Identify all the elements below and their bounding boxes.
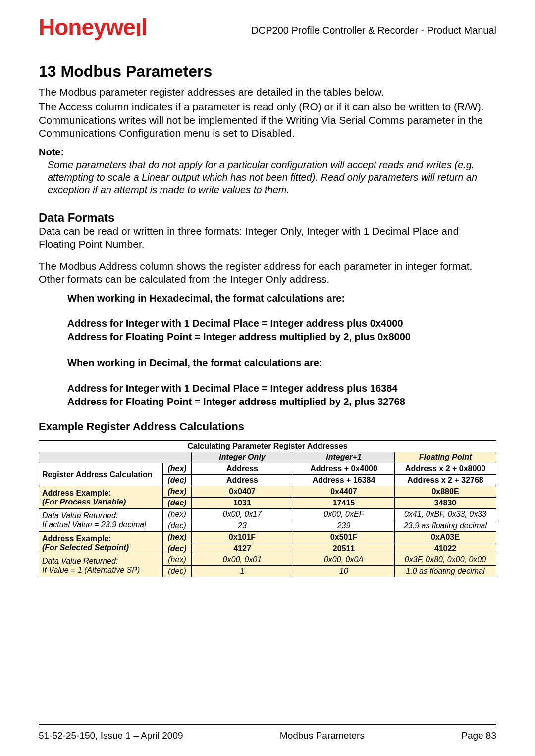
cell: 0x3F, 0x80, 0x00, 0x00	[395, 554, 496, 566]
cell: 0x4407	[293, 486, 395, 498]
example-heading: Example Register Address Calculations	[39, 420, 496, 433]
row-label-text: Address Example:	[42, 489, 111, 497]
document-title: DCP200 Profile Controller & Recorder - P…	[251, 25, 496, 36]
cell: 23.9 as floating decimal	[395, 520, 496, 532]
row-label-text: Address Example:	[42, 534, 111, 543]
cell: 1031	[192, 498, 293, 509]
unit-hex-text: (hex)	[167, 464, 186, 473]
unit-hex: (hex)	[163, 463, 192, 475]
section-heading: 13 Modbus Parameters	[39, 62, 496, 81]
cell: 1	[192, 566, 293, 577]
cell: 0x501F	[293, 532, 395, 543]
col-header-floating-point: Floating Point	[395, 452, 496, 463]
unit-dec-text: (dec)	[167, 476, 186, 484]
unit-hex-text: (hex)	[167, 533, 186, 541]
data-formats-p2: The Modbus Address column shows the regi…	[39, 260, 496, 286]
col-header-integer-plus1: Integer+1	[293, 452, 395, 463]
brand-suffix-tall: l	[141, 14, 147, 40]
cell: 0x00, 0x01	[192, 554, 293, 566]
cell: 0x00, 0x17	[192, 509, 293, 520]
unit-dec: (dec)	[163, 543, 192, 554]
cell: 239	[293, 520, 395, 532]
cell: 0xA03E	[395, 532, 496, 543]
footer-right: Page 83	[461, 730, 496, 741]
brand-prefix: Honeywe	[39, 14, 135, 40]
dec-calc-line1: Address for Integer with 1 Decimal Place…	[67, 383, 496, 394]
cell: 0x00, 0xEF	[293, 509, 395, 520]
cell: Address + 16384	[293, 475, 395, 486]
col-header-integer-only: Integer Only	[192, 452, 293, 463]
table-corner	[39, 452, 192, 463]
row-label-text: Data Value Returned:	[42, 557, 118, 565]
unit-hex: (hex)	[163, 486, 192, 498]
brand-suffix-short: l	[135, 20, 141, 41]
unit-dec: (dec)	[163, 498, 192, 509]
unit-dec-text: (dec)	[167, 544, 186, 553]
cell: 4127	[192, 543, 293, 554]
table-title: Calculating Parameter Register Addresses	[39, 441, 496, 452]
row-label: Data Value Returned: If Value = 1 (Alter…	[39, 554, 163, 577]
intro-paragraph-2: The Access column indicates if a paramet…	[39, 101, 496, 140]
footer-left: 51-52-25-150, Issue 1 – April 2009	[39, 730, 183, 741]
row-sublabel-text: If actual Value = 23.9 decimal	[42, 520, 146, 529]
brand-logo: Honeywell	[39, 14, 147, 41]
cell: 1.0 as floating decimal	[395, 566, 496, 577]
dec-calc-line2: Address for Floating Point = Integer add…	[67, 396, 496, 407]
cell: 41022	[395, 543, 496, 554]
unit-hex: (hex)	[163, 509, 192, 520]
cell: 34830	[395, 498, 496, 509]
note-label: Note:	[39, 147, 496, 158]
hex-calc-line2: Address for Floating Point = Integer add…	[67, 331, 496, 343]
cell: 20511	[293, 543, 395, 554]
cell: Address + 0x4000	[293, 463, 395, 475]
unit-hex: (hex)	[163, 532, 192, 543]
cell: Address x 2 + 32768	[395, 475, 496, 486]
row-label: Address Example: (For Process Variable)	[39, 486, 163, 509]
unit-dec: (dec)	[163, 475, 192, 486]
row-sublabel-text: (For Process Variable)	[42, 498, 126, 506]
note-body: Some parameters that do not apply for a …	[48, 159, 496, 196]
cell: 0x101F	[192, 532, 293, 543]
cell: 0x0407	[192, 486, 293, 498]
dec-calc-block: When working in Decimal, the format calc…	[67, 357, 496, 407]
address-calculation-table: Calculating Parameter Register Addresses…	[39, 440, 496, 577]
row-sublabel-text: If Value = 1 (Alternative SP)	[42, 566, 140, 574]
hex-calc-heading: When working in Hexadecimal, the format …	[67, 293, 496, 304]
unit-hex-text: (hex)	[167, 487, 186, 496]
page-footer: 51-52-25-150, Issue 1 – April 2009 Modbu…	[39, 724, 496, 741]
hex-calc-block: When working in Hexadecimal, the format …	[67, 293, 496, 343]
unit-dec: (dec)	[163, 520, 192, 532]
cell: 23	[192, 520, 293, 532]
cell: 17415	[293, 498, 395, 509]
intro-paragraph-1: The Modbus parameter register addresses …	[39, 86, 496, 99]
row-label: Data Value Returned: If actual Value = 2…	[39, 509, 163, 532]
cell: Address	[192, 463, 293, 475]
row-label: Address Example: (For Selected Setpoint)	[39, 532, 163, 554]
footer-center: Modbus Parameters	[280, 730, 365, 741]
data-formats-p1: Data can be read or written in three for…	[39, 225, 496, 251]
row-label: Register Address Calculation	[39, 463, 163, 486]
dec-calc-heading: When working in Decimal, the format calc…	[67, 357, 496, 369]
row-sublabel-text: (For Selected Setpoint)	[42, 543, 129, 552]
cell: 0x880E	[395, 486, 496, 498]
row-label-text: Data Value Returned:	[42, 511, 118, 520]
data-formats-heading: Data Formats	[39, 211, 496, 225]
cell: Address	[192, 475, 293, 486]
cell: Address x 2 + 0x8000	[395, 463, 496, 475]
cell: 0x00, 0x0A	[293, 554, 395, 566]
unit-hex: (hex)	[163, 554, 192, 566]
unit-dec: (dec)	[163, 566, 192, 577]
unit-dec-text: (dec)	[167, 499, 186, 507]
cell: 10	[293, 566, 395, 577]
cell: 0x41, 0xBF, 0x33, 0x33	[395, 509, 496, 520]
hex-calc-line1: Address for Integer with 1 Decimal Place…	[67, 318, 496, 329]
